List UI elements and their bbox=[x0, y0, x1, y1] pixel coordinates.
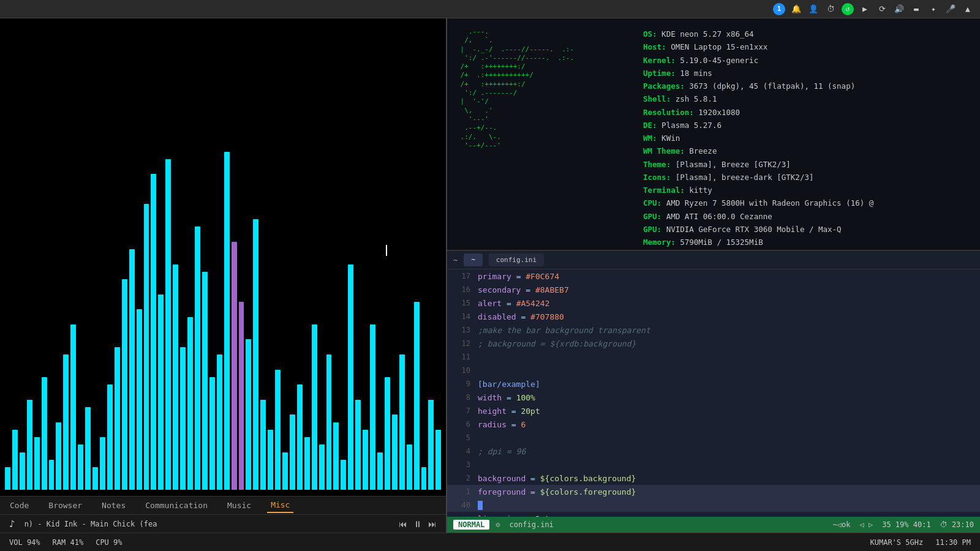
uptime-label: Uptime: bbox=[643, 69, 676, 78]
line-content: height = 20pt bbox=[478, 407, 540, 416]
vis-bar-16 bbox=[122, 279, 127, 490]
vis-bar-13 bbox=[100, 437, 105, 490]
vis-bar-7 bbox=[56, 422, 61, 490]
vis-bar-27 bbox=[202, 272, 208, 490]
vis-bar-20 bbox=[151, 174, 156, 490]
vis-bar-40 bbox=[297, 384, 303, 490]
vis-bar-10 bbox=[78, 444, 83, 490]
vis-bar-54 bbox=[399, 354, 405, 490]
taskbar-notification[interactable]: 1 bbox=[773, 3, 785, 15]
vis-bar-50 bbox=[370, 324, 375, 490]
uptime-value: 18 mins bbox=[680, 69, 712, 78]
line-number: 7 bbox=[452, 407, 470, 415]
packages-value: 3673 (dpkg), 45 (flatpak), 11 (snap) bbox=[689, 81, 855, 91]
tab-music[interactable]: Music bbox=[224, 498, 255, 512]
vis-bar-3 bbox=[27, 400, 32, 490]
code-line: 3 bbox=[447, 458, 980, 471]
tab-notes[interactable]: Notes bbox=[98, 498, 129, 512]
theme-value: [Plasma], Breeze [GTK2/3] bbox=[676, 160, 791, 169]
prev-button[interactable]: ⏮ bbox=[399, 519, 407, 529]
wmtheme-label: WM Theme: bbox=[643, 146, 685, 156]
line-number: 8 bbox=[452, 393, 470, 402]
vis-bar-32 bbox=[239, 302, 244, 490]
taskbar-clock[interactable]: ⏱ bbox=[824, 3, 837, 15]
taskbar-volume[interactable]: 🔊 bbox=[893, 3, 905, 15]
system-info: OS: KDE neon 5.27 x86_64 Host: OMEN Lapt… bbox=[637, 24, 974, 244]
line-number: 40 bbox=[452, 501, 470, 509]
code-line: 5 bbox=[447, 431, 980, 444]
vis-bar-37 bbox=[275, 370, 281, 490]
tab-communication[interactable]: Communication bbox=[141, 498, 211, 512]
terminal-tab-config[interactable]: config.ini bbox=[489, 253, 544, 266]
vis-bar-4 bbox=[34, 437, 40, 490]
line-content: line-size = 3pt bbox=[478, 514, 549, 517]
taskbar-battery[interactable]: ▬ bbox=[910, 3, 922, 15]
taskbar-mic[interactable]: 🎤 bbox=[944, 3, 957, 15]
taskbar-bell[interactable]: 🔔 bbox=[790, 3, 802, 15]
text-cursor bbox=[386, 245, 387, 256]
memory-label: Memory: bbox=[643, 238, 676, 247]
line-number: 9 bbox=[452, 380, 470, 388]
vis-bar-44 bbox=[326, 354, 332, 490]
de-label: DE: bbox=[643, 121, 657, 130]
line-number: 12 bbox=[452, 339, 470, 348]
line-content: radius = 6 bbox=[478, 420, 526, 429]
next-button[interactable]: ⏭ bbox=[428, 519, 437, 529]
vis-bar-41 bbox=[304, 437, 310, 490]
gpu2-label: GPU: bbox=[643, 225, 662, 234]
vis-bar-1 bbox=[12, 430, 18, 490]
taskbar-user[interactable]: 👤 bbox=[807, 3, 820, 15]
tab-code[interactable]: Code bbox=[6, 498, 32, 512]
vis-bar-2 bbox=[20, 452, 25, 490]
pause-button[interactable]: ⏸ bbox=[413, 519, 422, 529]
audio-visualizer bbox=[0, 18, 446, 496]
vis-bar-39 bbox=[290, 414, 295, 490]
main-area: Code Browser Notes Communication Music M… bbox=[0, 18, 980, 533]
cpu-value: AMD Ryzen 7 5800H with Radeon Graphics (… bbox=[666, 198, 874, 208]
wm-label: WM: bbox=[643, 133, 657, 143]
ascii-art: .---. /, `. | -._-/ .----//-----. .:- ':… bbox=[453, 24, 637, 244]
taskbar-play[interactable]: ▶ bbox=[859, 3, 871, 15]
line-number: 4 bbox=[452, 447, 470, 455]
bottom-right-stats: KUMAR'S 5GHz 11:30 PM bbox=[870, 538, 971, 547]
vis-bar-14 bbox=[107, 384, 113, 490]
taskbar-bluetooth[interactable]: ✦ bbox=[927, 3, 940, 15]
vis-bar-22 bbox=[165, 159, 171, 490]
gpu1-value: AMD ATI 06:00.0 Cezanne bbox=[666, 212, 772, 221]
line-content: disabled = #707880 bbox=[478, 312, 564, 321]
line-number: 16 bbox=[452, 285, 470, 294]
vim-time: ⏱ 23:10 bbox=[940, 520, 974, 529]
code-line: 10 bbox=[447, 364, 980, 377]
vis-bar-53 bbox=[392, 414, 398, 490]
right-panel: .---. /, `. | -._-/ .----//-----. .:- ':… bbox=[447, 18, 980, 533]
vis-bar-49 bbox=[363, 430, 368, 490]
line-number: 17 bbox=[452, 272, 470, 280]
taskbar-sync[interactable]: ↺ bbox=[842, 3, 854, 15]
code-line: 4; dpi = 96 bbox=[447, 444, 980, 458]
os-value: KDE neon 5.27 x86_64 bbox=[662, 29, 754, 39]
vim-filename: config.ini bbox=[510, 520, 554, 529]
code-editor[interactable]: 17primary = #F0C67416secondary = #8ABEB7… bbox=[447, 269, 980, 517]
vis-bar-6 bbox=[49, 460, 55, 490]
de-value: Plasma 5.27.6 bbox=[662, 121, 722, 130]
code-line: 17primary = #F0C674 bbox=[447, 269, 980, 283]
host-label: Host: bbox=[643, 42, 666, 51]
vis-bar-5 bbox=[42, 377, 47, 490]
code-line: 14disabled = #707880 bbox=[447, 310, 980, 323]
line-number: 10 bbox=[452, 366, 470, 375]
icons-value: [Plasma], breeze-dark [GTK2/3] bbox=[676, 173, 814, 182]
taskbar-refresh[interactable]: ⟳ bbox=[876, 3, 888, 15]
vis-bar-23 bbox=[173, 264, 178, 490]
tab-browser[interactable]: Browser bbox=[45, 498, 86, 512]
gpu2-value: NVIDIA GeForce RTX 3060 Mobile / Max-Q bbox=[666, 225, 842, 234]
vis-bar-47 bbox=[348, 264, 353, 490]
vis-bar-9 bbox=[70, 324, 76, 490]
terminal-tab-home[interactable]: ~ bbox=[464, 253, 483, 266]
tab-misc[interactable]: Misc bbox=[267, 498, 293, 513]
vis-bar-46 bbox=[341, 460, 346, 490]
kernel-label: Kernel: bbox=[643, 56, 676, 65]
vis-bar-43 bbox=[319, 444, 325, 490]
memory-value: 5790MiB / 15325MiB bbox=[680, 238, 763, 247]
taskbar-more[interactable]: ▲ bbox=[962, 3, 974, 15]
vis-bar-8 bbox=[63, 354, 69, 490]
